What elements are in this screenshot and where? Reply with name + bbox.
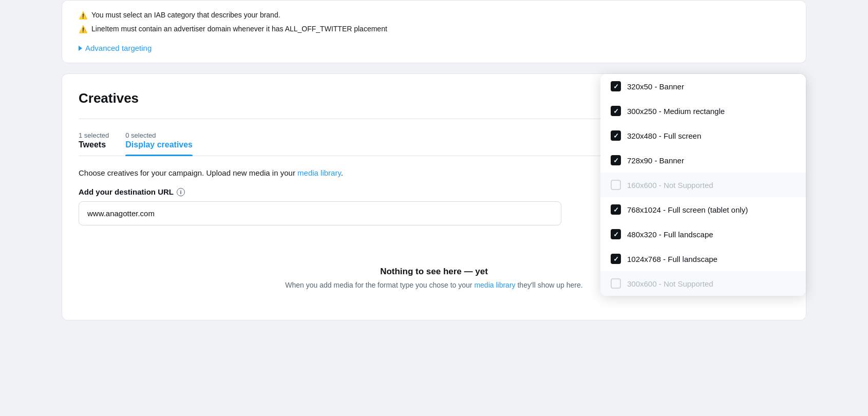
- empty-state-desc-prefix: When you add media for the format type y…: [285, 281, 474, 289]
- dropdown-item-160x600: 160x600 - Not Supported: [600, 173, 806, 197]
- warning-item-1: ⚠️ You must select an IAB category that …: [79, 11, 789, 20]
- dropdown-item-480x320[interactable]: ✓480x320 - Full landscape: [600, 222, 806, 247]
- warning-item-2: ⚠️ LineItem must contain an advertiser d…: [79, 25, 789, 33]
- warning-icon-2: ⚠️: [79, 25, 87, 33]
- sizes-dropdown: ✓320x50 - Banner✓300x250 - Medium rectan…: [600, 74, 806, 296]
- checkbox-728x90[interactable]: ✓: [611, 155, 621, 165]
- tab-display-label: Display creatives: [125, 140, 193, 149]
- warning-text-1: You must select an IAB category that des…: [91, 11, 280, 19]
- warning-icon-1: ⚠️: [79, 11, 87, 20]
- checkbox-480x320[interactable]: ✓: [611, 229, 621, 239]
- dropdown-item-300x600: 300x600 - Not Supported: [600, 271, 806, 296]
- checkbox-320x50[interactable]: ✓: [611, 81, 621, 91]
- advanced-targeting-label: Advanced targeting: [85, 44, 152, 52]
- tab-tweets-label: Tweets: [79, 140, 109, 149]
- creatives-card: ✓320x50 - Banner✓300x250 - Medium rectan…: [62, 73, 806, 320]
- dropdown-label-320x480: 320x480 - Full screen: [627, 131, 701, 140]
- tab-tweets[interactable]: 1 selected Tweets: [79, 131, 109, 156]
- url-input[interactable]: [79, 201, 561, 225]
- dropdown-label-320x50: 320x50 - Banner: [627, 82, 684, 91]
- dropdown-item-320x50[interactable]: ✓320x50 - Banner: [600, 74, 806, 99]
- dropdown-label-300x600: 300x600 - Not Supported: [627, 279, 713, 288]
- chevron-right-icon: [79, 46, 82, 51]
- dropdown-item-320x480[interactable]: ✓320x480 - Full screen: [600, 123, 806, 148]
- tab-display-creatives[interactable]: 0 selected Display creatives: [125, 131, 193, 156]
- info-icon[interactable]: i: [177, 188, 185, 196]
- warning-text-2: LineItem must contain an advertiser doma…: [91, 25, 387, 33]
- tab-tweets-count: 1 selected: [79, 131, 109, 139]
- checkbox-1024x768[interactable]: ✓: [611, 254, 621, 264]
- checkbox-768x1024[interactable]: ✓: [611, 204, 621, 215]
- empty-state-media-library-link[interactable]: media library: [474, 281, 515, 289]
- dropdown-label-160x600: 160x600 - Not Supported: [627, 181, 713, 190]
- field-label-text: Add your destination URL: [79, 187, 174, 196]
- empty-state-desc-suffix: they'll show up here.: [516, 281, 583, 289]
- checkbox-300x250[interactable]: ✓: [611, 106, 621, 116]
- checkbox-160x600: [611, 180, 621, 190]
- dropdown-label-1024x768: 1024x768 - Full landscape: [627, 255, 718, 263]
- tab-display-count: 0 selected: [125, 131, 193, 139]
- dropdown-item-768x1024[interactable]: ✓768x1024 - Full screen (tablet only): [600, 197, 806, 222]
- advanced-targeting-toggle[interactable]: Advanced targeting: [79, 44, 789, 52]
- dropdown-item-1024x768[interactable]: ✓1024x768 - Full landscape: [600, 247, 806, 271]
- dropdown-label-728x90: 728x90 - Banner: [627, 156, 684, 165]
- description-prefix: Choose creatives for your campaign. Uplo…: [79, 168, 297, 177]
- dropdown-label-300x250: 300x250 - Medium rectangle: [627, 107, 725, 116]
- dropdown-item-300x250[interactable]: ✓300x250 - Medium rectangle: [600, 99, 806, 123]
- checkbox-320x480[interactable]: ✓: [611, 130, 621, 141]
- dropdown-label-480x320: 480x320 - Full landscape: [627, 230, 713, 239]
- checkbox-300x600: [611, 278, 621, 289]
- dropdown-label-768x1024: 768x1024 - Full screen (tablet only): [627, 205, 748, 214]
- media-library-link[interactable]: media library: [297, 168, 341, 177]
- warnings-card: ⚠️ You must select an IAB category that …: [62, 0, 806, 63]
- dropdown-item-728x90[interactable]: ✓728x90 - Banner: [600, 148, 806, 173]
- description-suffix: .: [341, 168, 343, 177]
